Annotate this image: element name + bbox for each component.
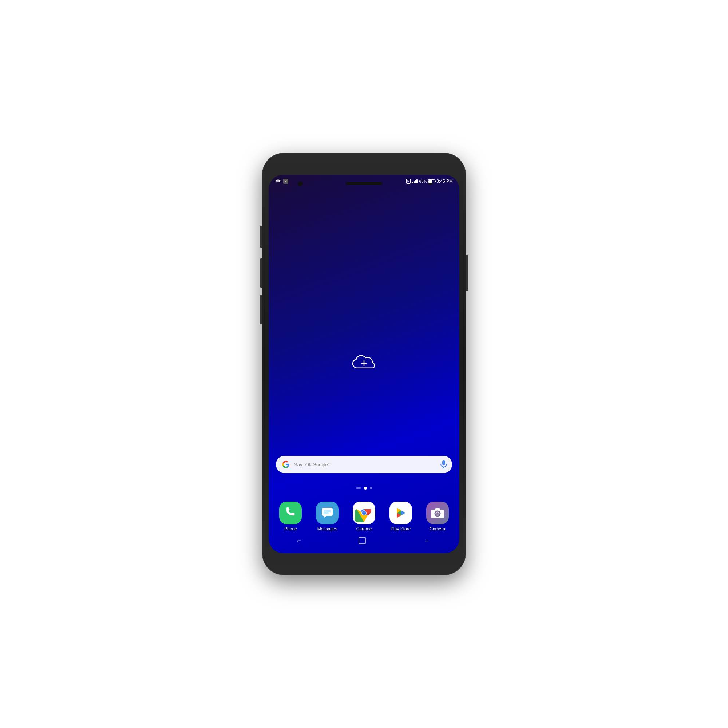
recent-apps-button[interactable]: ⌐ — [297, 537, 301, 544]
cloud-upload-icon — [351, 353, 377, 372]
play-store-app-label: Play Store — [391, 526, 411, 531]
search-placeholder: Say "Ok Google" — [294, 462, 437, 467]
home-button[interactable] — [358, 537, 366, 544]
battery-indicator: 60% — [419, 179, 435, 184]
svg-point-12 — [362, 511, 366, 515]
svg-rect-2 — [442, 460, 445, 465]
microphone-icon[interactable] — [440, 460, 447, 468]
google-search-bar[interactable]: Say "Ok Google" — [276, 456, 452, 473]
signal-strength-icon — [412, 179, 418, 184]
google-logo — [281, 460, 291, 469]
status-bar: ✕ N 60% 3:45 PM — [269, 175, 459, 188]
app-item-phone[interactable]: Phone — [276, 502, 305, 531]
play-store-app-icon — [390, 502, 412, 524]
messages-app-label: Messages — [317, 526, 337, 531]
phone-app-icon — [279, 502, 302, 524]
chrome-app-icon — [353, 502, 375, 524]
wifi-icon — [275, 179, 281, 184]
navigation-bar: ⌐ ← — [269, 531, 459, 550]
volume-up-button[interactable] — [260, 258, 262, 288]
phone-device: ✕ N 60% 3:45 PM — [262, 153, 466, 575]
svg-rect-5 — [322, 508, 333, 516]
time-label: 3:45 PM — [436, 179, 453, 184]
page-indicator — [356, 487, 372, 489]
svg-rect-20 — [359, 537, 366, 544]
x-notification-icon: ✕ — [283, 179, 288, 184]
volume-down-button[interactable] — [260, 295, 262, 324]
camera-app-label: Camera — [430, 526, 445, 531]
app-item-chrome[interactable]: Chrome — [349, 502, 379, 531]
power-button[interactable] — [466, 255, 468, 291]
messages-app-icon — [316, 502, 338, 524]
page-dot-1 — [356, 487, 361, 489]
svg-point-19 — [436, 512, 439, 515]
bixby-button[interactable] — [260, 226, 262, 248]
camera-app-icon — [426, 502, 449, 524]
svg-marker-6 — [324, 516, 326, 518]
status-right: N 60% 3:45 PM — [406, 179, 453, 184]
back-button[interactable]: ← — [423, 537, 431, 545]
phone-app-label: Phone — [284, 526, 297, 531]
page-dot-2 — [364, 487, 367, 489]
app-item-messages[interactable]: Messages — [313, 502, 342, 531]
app-item-camera[interactable]: Camera — [423, 502, 452, 531]
battery-percent-label: 60% — [419, 179, 427, 184]
app-item-play-store[interactable]: Play Store — [386, 502, 415, 531]
page-dot-3 — [370, 487, 372, 489]
app-dock: Phone Messages — [269, 502, 459, 531]
status-left: ✕ — [275, 179, 288, 184]
battery-icon — [428, 179, 435, 184]
nfc-icon: N — [406, 179, 411, 184]
chrome-app-label: Chrome — [356, 526, 372, 531]
phone-screen: ✕ N 60% 3:45 PM — [269, 175, 459, 553]
